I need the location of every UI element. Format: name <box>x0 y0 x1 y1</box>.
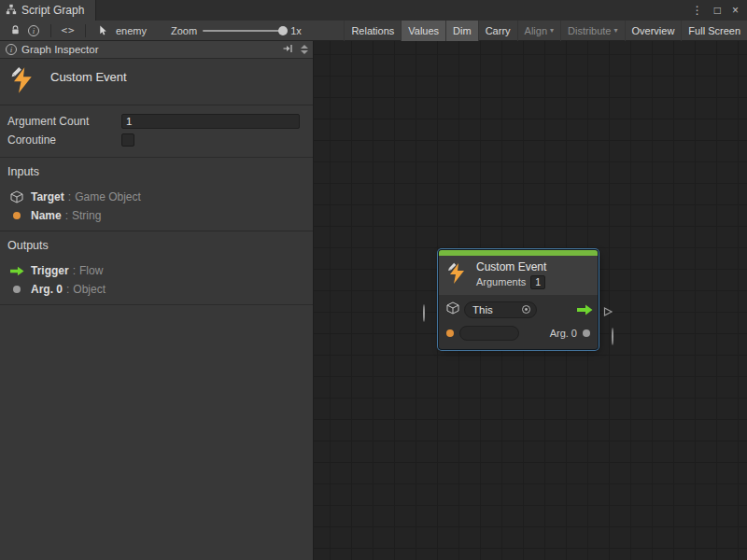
pin-row-target: Target : Game Object <box>7 188 305 206</box>
window-menu-icon[interactable]: ⋮ <box>692 4 703 17</box>
flow-output-port[interactable] <box>577 304 593 315</box>
arg0-output-connection-port[interactable] <box>612 329 613 345</box>
cube-icon <box>446 301 459 318</box>
flow-arrow-icon <box>9 266 24 276</box>
target-dropdown-value: This <box>472 304 493 315</box>
coroutine-checkbox[interactable] <box>121 133 134 147</box>
zoom-label: Zoom <box>171 25 197 36</box>
code-icon[interactable]: <> <box>59 21 78 41</box>
event-settings: Argument Count Coroutine <box>0 105 313 158</box>
target-dropdown[interactable]: This <box>464 301 537 318</box>
outputs-section: Outputs Trigger : Flow Arg. 0 : Object <box>0 231 313 305</box>
toolbar-button-align[interactable]: Align ▾ <box>517 21 560 41</box>
arg0-input[interactable] <box>459 326 519 341</box>
pin-row-arg0: Arg. 0 : Object <box>7 280 305 299</box>
dock-icon[interactable] <box>282 43 293 56</box>
graph-object-name: enemy <box>116 25 147 36</box>
toolbar-button-overview[interactable]: Overview <box>625 21 682 41</box>
custom-event-icon <box>446 262 469 288</box>
pointer-icon <box>93 21 112 41</box>
arguments-label: Arguments <box>476 274 526 290</box>
toolbar-button-distribute[interactable]: Distribute ▾ <box>560 21 624 41</box>
lock-icon[interactable] <box>6 21 24 41</box>
zoom-slider-knob[interactable] <box>278 26 288 35</box>
trigger-output-connection-port[interactable] <box>602 304 613 321</box>
target-picker-icon[interactable] <box>521 304 531 316</box>
zoom-slider[interactable] <box>203 30 285 32</box>
node-body: This <box>439 295 598 349</box>
outputs-heading: Outputs <box>7 239 305 254</box>
unity-script-graph-window: Script Graph ⋮ □ × i <> <box>0 0 747 560</box>
pin-row-name: Name : String <box>7 206 305 225</box>
zoom-value: 1x <box>290 25 302 36</box>
chevron-down-icon: ▾ <box>550 26 554 35</box>
event-header: Custom Event <box>0 59 313 105</box>
maximize-icon[interactable]: □ <box>714 4 721 17</box>
toolbar-button-fullscreen[interactable]: Full Screen <box>681 21 747 41</box>
object-port-icon <box>9 286 24 293</box>
title-bar: Script Graph ⋮ □ × <box>0 0 747 21</box>
string-input-port[interactable] <box>446 329 454 337</box>
graph-canvas[interactable]: Custom Event Arguments 1 <box>314 41 747 560</box>
info-icon[interactable]: i <box>24 21 43 41</box>
toolbar-button-relations[interactable]: Relations <box>344 21 401 41</box>
toolbar-separator <box>85 24 86 37</box>
target-input-connection-port[interactable] <box>423 305 425 322</box>
inputs-heading: Inputs <box>7 165 305 180</box>
event-title: Custom Event <box>50 68 127 84</box>
inputs-section: Inputs Target : Game Object Name : Stri <box>0 158 313 231</box>
custom-event-node[interactable]: Custom Event Arguments 1 <box>439 250 598 349</box>
scroll-stepper[interactable] <box>298 45 311 54</box>
coroutine-label: Coroutine <box>7 133 121 147</box>
graph-inspector-panel: i Graph Inspector <box>0 41 314 560</box>
graph-inspector-header: i Graph Inspector <box>0 41 313 59</box>
string-port-icon <box>9 212 24 219</box>
toolbar-button-carry[interactable]: Carry <box>478 21 517 41</box>
toolbar-separator <box>50 24 51 37</box>
script-graph-icon <box>6 4 17 18</box>
chevron-down-icon: ▾ <box>614 26 618 35</box>
scroll-up-icon[interactable] <box>301 45 308 49</box>
custom-event-icon <box>9 66 37 98</box>
node-header: Custom Event Arguments 1 <box>439 256 598 295</box>
toolbar-button-dim[interactable]: Dim <box>445 21 478 41</box>
toolbar-button-values[interactable]: Values <box>401 21 445 41</box>
graph-inspector-title: Graph Inspector <box>21 44 98 55</box>
close-icon[interactable]: × <box>732 4 739 17</box>
arguments-count-badge: 1 <box>530 275 545 289</box>
node-title: Custom Event <box>476 260 546 274</box>
object-output-port[interactable] <box>583 329 590 337</box>
scroll-down-icon[interactable] <box>301 50 308 54</box>
tab-script-graph[interactable]: Script Graph <box>0 0 96 21</box>
info-icon: i <box>6 44 17 55</box>
tab-title: Script Graph <box>21 4 84 17</box>
cube-icon <box>9 190 24 203</box>
graph-toolbar: i <> enemy Zoom 1x Relations Values Dim <box>0 21 747 41</box>
argument-count-label: Argument Count <box>7 115 121 128</box>
pin-row-trigger: Trigger : Flow <box>7 261 305 280</box>
arg0-label: Arg. 0 <box>550 328 577 339</box>
argument-count-input[interactable] <box>121 114 300 129</box>
